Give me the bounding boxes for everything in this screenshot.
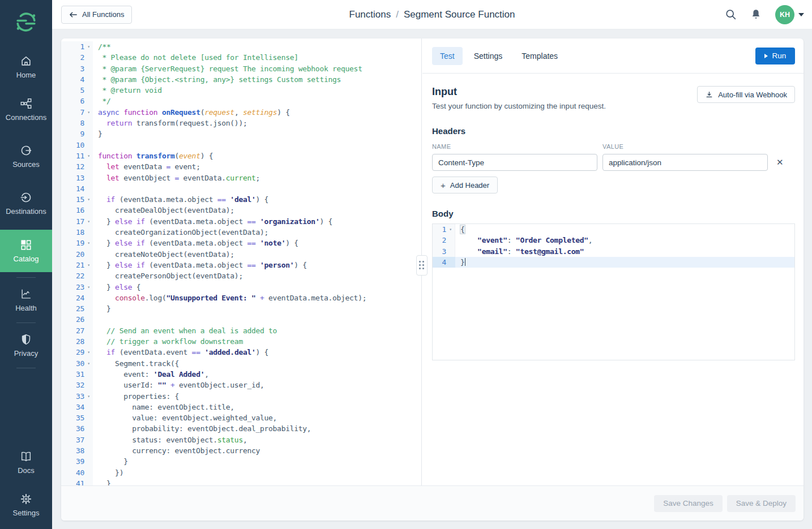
tab-test[interactable]: Test [432,47,463,65]
sidebar-item-docs[interactable]: Docs [0,445,52,480]
privacy-shield-icon [20,333,32,346]
header-name-input[interactable] [432,154,597,171]
sidebar-item-home[interactable]: Home [0,50,52,84]
code-line[interactable]: 17▾ } else if (eventData.meta.object == … [61,216,421,227]
code-line[interactable]: 28 // trigger a workflow downstream [61,336,421,347]
code-line[interactable]: 2 * Please do not delete [used for Intel… [61,52,421,63]
topbar: All Functions Functions/Segment Source F… [52,0,812,29]
fold-toggle-icon[interactable]: ▾ [84,107,93,118]
save-deploy-button[interactable]: Save & Deploy [727,495,796,512]
code-line[interactable]: 6 */ [61,96,421,106]
code-line[interactable]: 4 * @param {Object.<string, any>} settin… [61,74,421,85]
code-line[interactable]: 9} [61,128,421,139]
code-line[interactable]: 41 } [61,478,421,485]
sidebar-item-health[interactable]: Health [0,283,52,317]
header-value-label: VALUE [602,143,623,150]
code-line[interactable]: 20 createNoteObject(eventData); [61,249,421,260]
code-line[interactable]: 12 let eventData = event; [61,161,421,172]
fold-toggle-icon[interactable]: ▾ [446,224,455,235]
sidebar-item-sources[interactable]: Sources [0,139,52,174]
code-line[interactable]: 18 createOrganizationObject(eventData); [61,227,421,238]
code-line[interactable]: 22 createPersonObject(eventData); [61,270,421,281]
code-line[interactable]: 5 * @return void [61,85,421,96]
code-line[interactable]: 32 userId: "" + eventObject.user_id, [61,380,421,390]
fold-toggle-icon[interactable]: ▾ [84,150,93,161]
code-line[interactable]: 3 * @param {ServerRequest} request The i… [61,63,421,74]
code-line[interactable]: 19▾ } else if (eventData.meta.object == … [61,238,421,248]
account-menu[interactable]: KH [775,5,804,24]
pane-resize-handle[interactable] [416,255,428,276]
fold-toggle-icon[interactable]: ▾ [84,260,93,270]
code-line[interactable]: 39 } [61,456,421,467]
sidebar-item-settings[interactable]: Settings [0,488,52,522]
fold-toggle-icon[interactable]: ▾ [84,41,93,52]
code-line[interactable]: 26 [61,314,421,325]
code-line[interactable]: 34 name: eventObject.title, [61,402,421,412]
avatar[interactable]: KH [775,5,794,24]
code-line[interactable]: 1▾/** [61,41,421,52]
header-value-input[interactable] [602,154,768,171]
code-line[interactable]: 13 let eventObject = eventData.current; [61,173,421,183]
search-button[interactable] [725,8,737,20]
function-editor-card: 1▾/**2 * Please do not delete [used for … [61,38,804,521]
code-line[interactable]: 35 value: eventObject.weighted_value, [61,412,421,423]
text-cursor [465,258,466,266]
sidebar-item-label: Settings [13,509,40,517]
code-line[interactable]: 8 return transform(request.json()); [61,118,421,128]
sidebar-item-connections[interactable]: Connections [0,92,52,127]
tab-settings[interactable]: Settings [466,47,511,65]
code-line[interactable]: 24 console.log("Unsupported Event: " + e… [61,293,421,303]
panel-tabs: Test Settings Templates Run [422,38,804,74]
fold-toggle-icon[interactable]: ▾ [84,347,93,358]
code-line[interactable]: 27 // Send an event when a deal is added… [61,325,421,336]
code-line[interactable]: 1▾{ [433,224,794,235]
code-line[interactable]: 15▾ if (eventData.meta.object == 'deal')… [61,194,421,205]
code-line[interactable]: 30▾ Segment.track({ [61,358,421,369]
add-header-button[interactable]: + Add Header [432,177,498,193]
input-section-subtitle: Test your function by customizing the in… [432,102,606,110]
code-line[interactable]: 33▾ properties: { [61,391,421,402]
code-line[interactable]: 7▾async function onRequest(request, sett… [61,107,421,118]
all-functions-back-button[interactable]: All Functions [61,6,132,24]
code-line[interactable]: 23▾ } else { [61,282,421,293]
breadcrumb-section[interactable]: Functions [349,9,391,20]
code-line[interactable]: 31 event: 'Deal Added', [61,369,421,380]
sources-icon [20,144,32,157]
notifications-button[interactable] [750,8,762,21]
test-panel: Test Settings Templates Run Input Test y… [422,38,804,485]
sidebar-item-catalog[interactable]: Catalog [0,230,52,272]
run-button[interactable]: Run [755,48,795,64]
sidebar-item-label: Docs [18,466,35,475]
fold-toggle-icon[interactable]: ▾ [84,282,93,293]
code-line[interactable]: 29▾ if (eventData.event == 'added.deal')… [61,347,421,358]
save-changes-button[interactable]: Save Changes [654,495,723,512]
fold-toggle-icon[interactable]: ▾ [84,194,93,205]
fold-toggle-icon[interactable]: ▾ [84,391,93,402]
code-line[interactable]: 21▾ } else if (eventData.meta.object == … [61,260,421,270]
code-line[interactable]: 36 probability: eventObject.deal_probabi… [61,423,421,434]
autofill-webhook-button[interactable]: Auto-fill via Webhook [697,86,795,103]
code-line[interactable]: 25 } [61,303,421,314]
code-line[interactable]: 40 }) [61,467,421,478]
code-line[interactable]: 10 [61,140,421,150]
tab-templates[interactable]: Templates [514,47,566,65]
code-line[interactable]: 37 status: eventObject.status, [61,435,421,445]
segment-logo[interactable] [0,0,52,44]
sidebar-item-destinations[interactable]: Destinations [0,186,52,221]
code-line[interactable]: 16 createDealObject(eventData); [61,205,421,216]
code-line[interactable]: 4} [433,257,794,268]
sidebar-item-privacy[interactable]: Privacy [0,328,52,363]
code-line[interactable]: 14 [61,183,421,194]
code-line[interactable]: 2 "event": "Order Completed", [433,235,794,246]
fold-toggle-icon[interactable]: ▾ [84,216,93,227]
remove-header-button[interactable]: ✕ [776,157,784,167]
fold-toggle-icon[interactable]: ▾ [84,238,93,248]
code-line[interactable]: 11▾function transform(event) { [61,150,421,161]
chevron-down-icon[interactable] [798,13,804,16]
code-line[interactable]: 38 currency: eventObject.currency [61,445,421,456]
function-code-editor[interactable]: 1▾/**2 * Please do not delete [used for … [61,38,422,485]
body-json-editor[interactable]: 1▾{2 "event": "Order Completed",3 "email… [432,223,795,360]
fold-toggle-icon[interactable]: ▾ [84,358,93,369]
body-section-title: Body [432,209,795,218]
code-line[interactable]: 3 "email": "test@gmail.com" [433,246,794,257]
